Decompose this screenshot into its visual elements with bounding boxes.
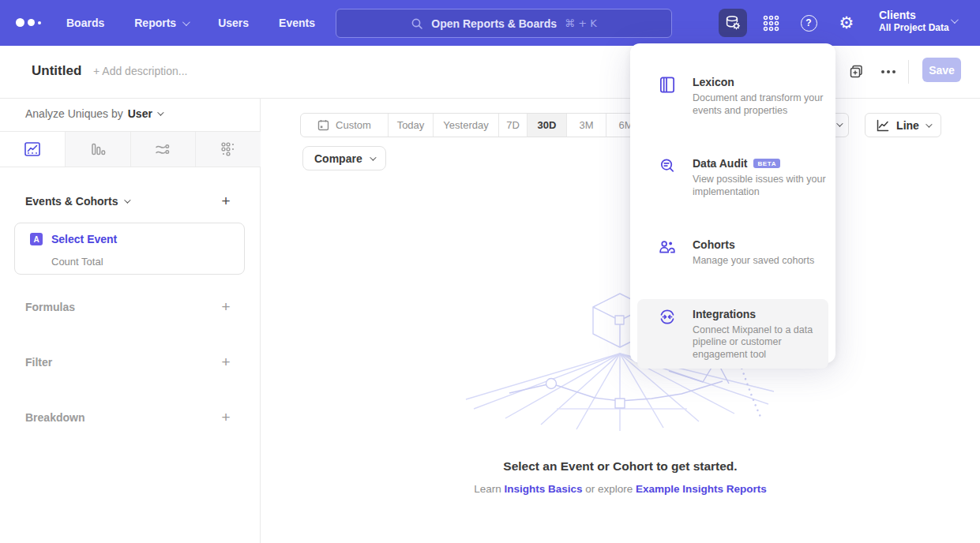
empty-state-title: Select an Event or Cohort to get started… [261, 459, 980, 474]
event-card[interactable]: A Select Event Count Total [14, 223, 245, 275]
menu-item-description: Connect Mixpanel to a data pipeline or c… [693, 324, 833, 361]
add-filter-button[interactable] [218, 354, 234, 370]
example-reports-link[interactable]: Example Insights Reports [636, 483, 767, 495]
apps-grid-button[interactable] [757, 9, 785, 37]
chevron-down-icon [157, 109, 163, 115]
chevron-down-icon [182, 18, 190, 26]
settings-gear-icon [839, 15, 854, 32]
tab-line-chart[interactable] [0, 132, 66, 167]
mixpanel-logo-icon[interactable] [16, 18, 41, 27]
chevron-down-icon [370, 154, 376, 160]
search-icon [411, 17, 423, 30]
bar-chart-icon [89, 140, 107, 158]
range-today[interactable]: Today [388, 114, 433, 137]
apps-grid-icon [763, 15, 779, 32]
line-chart-style-icon [876, 118, 890, 133]
query-sidebar: Analyze Uniques by User [0, 99, 261, 543]
search-placeholder: Open Reports & Boards [431, 17, 557, 30]
menu-item-description: Document and transform your events and p… [693, 92, 833, 117]
cohorts-people-icon [658, 238, 677, 257]
range-3m[interactable]: 3M [566, 114, 606, 137]
insights-basics-link[interactable]: Insights Basics [504, 483, 582, 495]
duplicate-report-button[interactable] [847, 62, 867, 82]
analyze-label: Analyze Uniques by [25, 107, 123, 120]
search-input[interactable]: Open Reports & Boards ⌘ + K [336, 9, 672, 38]
tab-metrics[interactable] [196, 132, 261, 167]
add-formula-button[interactable] [218, 299, 234, 315]
flow-chart-icon [154, 140, 171, 158]
chart-style-dropdown[interactable]: Line [865, 113, 941, 137]
menu-item-integrations[interactable]: Integrations Connect Mixpanel to a data … [637, 299, 828, 369]
event-select-label[interactable]: Select Event [51, 233, 117, 245]
save-button[interactable]: Save [922, 58, 961, 82]
menu-item-description: View possible issues with your implement… [693, 174, 833, 198]
add-event-button[interactable] [218, 193, 234, 209]
nav-item-reports[interactable]: Reports [134, 17, 188, 29]
analyze-uniques-row: Analyze Uniques by User [25, 107, 162, 120]
metrics-grid-icon [220, 140, 237, 158]
analyze-entity-dropdown[interactable]: User [128, 107, 162, 120]
date-range-picker: Custom Today Yesterday 7D 30D 3M 6M [300, 113, 646, 137]
event-count-type[interactable]: Count Total [51, 256, 103, 268]
add-breakdown-button[interactable] [218, 410, 234, 425]
empty-state-middle: or explore [582, 483, 636, 495]
breakdown-section-label: Breakdown [25, 411, 84, 424]
beta-badge: BETA [753, 159, 780, 168]
calendar-icon [317, 119, 329, 131]
chevron-down-icon [836, 120, 843, 126]
data-management-menu: Lexicon Document and transform your even… [630, 43, 835, 363]
nav-item-events[interactable]: Events [279, 17, 315, 29]
events-cohorts-header[interactable]: Events & Cohorts [25, 195, 129, 208]
settings-button[interactable] [832, 9, 861, 37]
menu-item-lexicon[interactable]: Lexicon Document and transform your even… [637, 67, 828, 125]
compare-dropdown[interactable]: Compare [302, 146, 386, 170]
duplicate-icon [849, 64, 865, 80]
lexicon-book-icon [658, 75, 677, 94]
integrations-sync-icon [658, 307, 677, 326]
primary-nav: Boards Reports Users Events [66, 0, 315, 46]
header-divider [908, 60, 909, 84]
top-nav: Boards Reports Users Events Open Reports… [0, 0, 980, 46]
chevron-down-icon [125, 197, 131, 203]
range-yesterday[interactable]: Yesterday [433, 114, 498, 137]
filter-section-label: Filter [25, 356, 52, 369]
menu-item-title: Data Audit [693, 157, 747, 170]
data-audit-icon [658, 156, 677, 175]
range-custom[interactable]: Custom [301, 114, 388, 137]
project-switcher[interactable]: Clients All Project Data [879, 9, 949, 34]
nav-item-users[interactable]: Users [218, 17, 249, 29]
nav-item-boards[interactable]: Boards [66, 17, 104, 29]
org-name: Clients [879, 9, 949, 22]
data-management-icon [724, 14, 742, 32]
chart-type-tabs [0, 131, 261, 167]
tab-bar-chart[interactable] [66, 132, 131, 167]
project-name: All Project Data [879, 22, 949, 34]
menu-item-cohorts[interactable]: Cohorts Manage your saved cohorts [637, 230, 828, 275]
help-button[interactable] [794, 9, 823, 37]
more-options-button[interactable] [877, 62, 900, 82]
report-title[interactable]: Untitled [32, 63, 81, 79]
menu-item-title: Integrations [693, 308, 756, 320]
range-7d[interactable]: 7D [498, 114, 527, 137]
menu-item-title: Cohorts [693, 238, 735, 251]
formulas-section-label: Formulas [25, 301, 75, 313]
more-options-icon [881, 70, 884, 73]
empty-state-links: Learn Insights Basics or explore Example… [261, 483, 980, 495]
report-description-placeholder[interactable]: + Add description... [93, 65, 187, 77]
empty-state-prefix: Learn [474, 483, 504, 495]
range-30d[interactable]: 30D [527, 114, 566, 137]
search-shortcut: ⌘ + K [565, 17, 597, 29]
tab-flow-chart[interactable] [131, 132, 197, 167]
chevron-down-icon [951, 16, 959, 24]
menu-item-data-audit[interactable]: Data AuditBETA View possible issues with… [637, 148, 828, 206]
menu-item-title: Lexicon [693, 76, 734, 88]
chevron-down-icon [926, 121, 932, 127]
help-icon [801, 15, 817, 32]
event-badge: A [30, 233, 43, 245]
line-chart-icon [24, 140, 41, 158]
data-management-button[interactable] [719, 9, 747, 37]
menu-item-description: Manage your saved cohorts [693, 255, 833, 268]
